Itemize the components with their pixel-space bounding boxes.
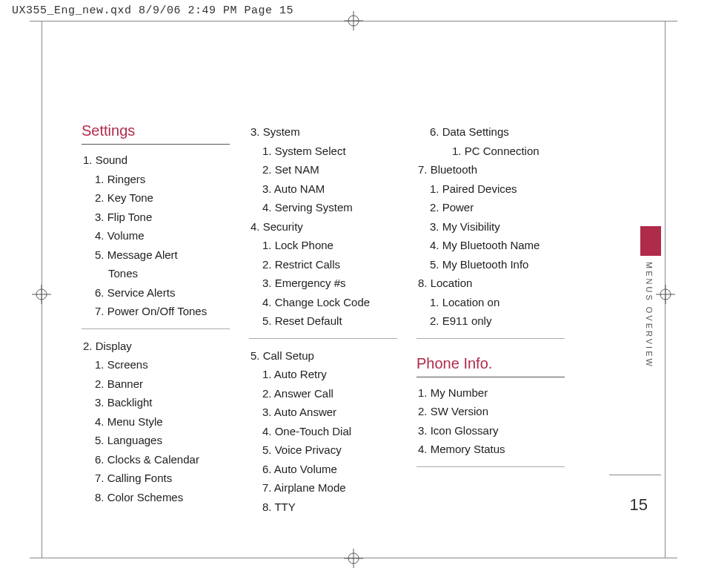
list-item: 1. Paired Devices: [416, 179, 565, 199]
list-item: 6. Service Alerts: [82, 283, 230, 303]
list-item: 3. Auto Answer: [249, 403, 397, 422]
list-item: 4. Volume: [82, 226, 230, 245]
list-item: 4. Menu Style: [82, 412, 230, 432]
divider: [82, 328, 230, 329]
list-item: 2. Answer Call: [249, 384, 397, 403]
list-item: 1. Location on: [416, 293, 565, 312]
list-item: 7. Airplane Mode: [249, 478, 397, 498]
list-item: 8. Color Schemes: [82, 488, 230, 507]
list-item: 2. E911 only: [416, 311, 565, 331]
list-item: 8. Location: [416, 274, 565, 293]
list-item: 1. My Number: [416, 383, 565, 403]
page-number: 15: [630, 495, 648, 515]
list-item: 1. Auto Retry: [249, 365, 397, 384]
list-item: 5. Message Alert Tones: [82, 245, 230, 283]
list-item: 2. Power: [416, 198, 565, 217]
side-tab-marker: [640, 226, 661, 256]
list-item: 4. One-Touch Dial: [249, 422, 397, 441]
list-item: 2. SW Version: [416, 402, 565, 421]
list-item: 7. Bluetooth: [416, 160, 565, 179]
settings-heading: Settings: [82, 122, 230, 139]
list-item: 3. System: [249, 122, 397, 142]
list-item: 6. Data Settings: [416, 122, 565, 142]
list-item: 5. My Bluetooth Info: [416, 255, 565, 274]
list-item: 2. Display: [82, 337, 230, 356]
list-item: 2. Banner: [82, 374, 230, 394]
list-item: 6. Auto Volume: [249, 460, 397, 479]
list-item: 2. Key Tone: [82, 188, 230, 208]
list-item-text: 5. Message Alert: [95, 248, 178, 261]
list-item: 1. Lock Phone: [249, 236, 397, 255]
list-item: 5. Reset Default: [249, 311, 397, 331]
list-item: 3. Auto NAM: [249, 179, 397, 199]
registration-mark-icon: [32, 285, 51, 304]
crop-header: UX355_Eng_new.qxd 8/9/06 2:49 PM Page 15: [12, 4, 293, 17]
phone-info-heading: Phone Info.: [416, 355, 565, 372]
list-item: 4. Security: [249, 217, 397, 237]
list-item: 5. Voice Privacy: [249, 440, 397, 460]
page-content: Settings 1. Sound 1. Ringers 2. Key Tone…: [82, 122, 625, 514]
list-item: 8. TTY: [249, 498, 397, 517]
list-item: 1. Ringers: [82, 170, 230, 189]
divider: [416, 466, 565, 467]
list-item: 2. Restrict Calls: [249, 255, 397, 274]
column-1: Settings 1. Sound 1. Ringers 2. Key Tone…: [82, 122, 230, 516]
page-number-rule: [609, 475, 661, 475]
side-tab-label: MENUS OVERVIEW: [640, 262, 654, 369]
list-item: 4. Serving System: [249, 198, 397, 217]
list-item: 1. Sound: [82, 151, 230, 170]
list-item: 3. Emergency #s: [249, 274, 397, 293]
list-item: 1. PC Connection: [416, 142, 565, 161]
list-item: 3. Icon Glossary: [416, 421, 565, 440]
list-item: 5. Call Setup: [249, 346, 397, 366]
divider: [416, 338, 565, 339]
registration-mark-icon: [344, 11, 363, 30]
list-item: 4. Memory Status: [416, 440, 565, 459]
divider: [249, 338, 397, 339]
list-item: 1. Screens: [82, 355, 230, 374]
list-item: 3. My Visibility: [416, 217, 565, 237]
list-item: 5. Languages: [82, 431, 230, 450]
list-item: 1. System Select: [249, 142, 397, 161]
list-item: 3. Backlight: [82, 393, 230, 412]
list-item: 7. Power On/Off Tones: [82, 302, 230, 321]
side-tab: MENUS OVERVIEW: [640, 226, 661, 369]
list-item: 6. Clocks & Calendar: [82, 450, 230, 469]
list-item: 4. My Bluetooth Name: [416, 236, 565, 255]
registration-mark-icon: [344, 549, 363, 568]
list-item: 2. Set NAM: [249, 160, 397, 179]
list-item: 4. Change Lock Code: [249, 293, 397, 312]
divider: [416, 377, 565, 377]
column-2: 3. System 1. System Select 2. Set NAM 3.…: [249, 122, 397, 516]
list-item: 7. Calling Fonts: [82, 469, 230, 488]
column-3: 6. Data Settings 1. PC Connection 7. Blu…: [416, 122, 565, 516]
divider: [82, 144, 230, 145]
list-item: 3. Flip Tone: [82, 208, 230, 227]
list-item-text: Tones: [95, 264, 230, 283]
